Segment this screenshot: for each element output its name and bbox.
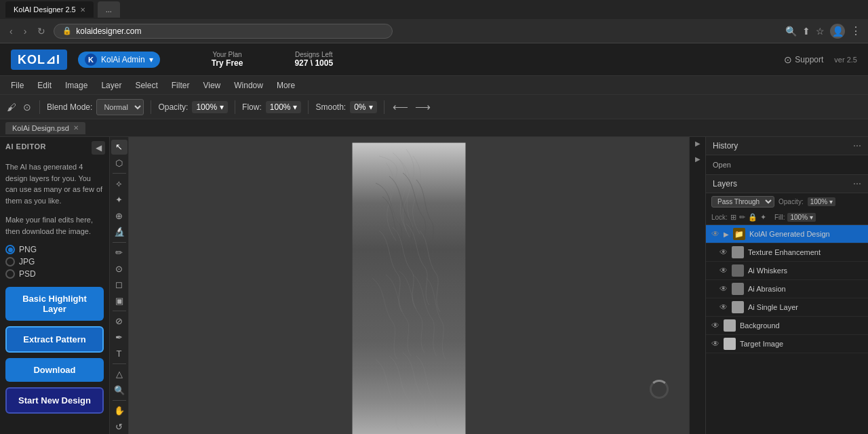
pen-tool[interactable]: ✒ bbox=[111, 330, 127, 345]
layer-texture[interactable]: 👁 Texture Enhancement bbox=[706, 243, 868, 262]
layer-thumb-target bbox=[724, 338, 736, 350]
lasso-tool[interactable]: ⟡ bbox=[111, 176, 127, 191]
layer-thumb-single bbox=[732, 301, 744, 313]
tool-icon-2[interactable]: ⊙ bbox=[22, 100, 33, 114]
toolbar-sep-1 bbox=[39, 100, 40, 114]
collapse-layers-btn[interactable]: ▶ bbox=[695, 155, 701, 163]
search-icon[interactable]: 🔍 bbox=[785, 26, 797, 37]
layer-eye-single[interactable]: 👁 bbox=[719, 302, 728, 312]
smooth-value[interactable]: 0% ▾ bbox=[350, 101, 376, 113]
pressure-icon-2[interactable]: ⟶ bbox=[414, 99, 432, 115]
download-btn[interactable]: Download bbox=[5, 358, 104, 382]
layer-eye-target[interactable]: 👁 bbox=[711, 339, 719, 349]
magic-wand-tool[interactable]: ✦ bbox=[111, 193, 127, 208]
layer-abrasion[interactable]: 👁 Ai Abrasion bbox=[706, 280, 868, 298]
crop-tool[interactable]: ⊕ bbox=[111, 208, 127, 223]
pressure-icon-1[interactable]: ⟵ bbox=[391, 99, 410, 115]
opacity-value-layers[interactable]: 100% ▾ bbox=[808, 197, 835, 206]
menu-window[interactable]: Window bbox=[229, 79, 269, 92]
hand-tool[interactable]: ✋ bbox=[111, 403, 127, 418]
tab-close-btn[interactable]: ✕ bbox=[80, 6, 85, 14]
profile-icon[interactable]: 👤 bbox=[830, 24, 845, 39]
layer-kolai-generated[interactable]: 👁 ▶ 📁 KolAI Generated Design bbox=[706, 225, 868, 243]
menu-file[interactable]: File bbox=[5, 79, 29, 92]
back-btn[interactable]: ‹ bbox=[7, 24, 16, 38]
layer-eye-texture[interactable]: 👁 bbox=[719, 248, 728, 257]
menu-view[interactable]: View bbox=[197, 79, 226, 92]
history-expand-icon[interactable]: ⋯ bbox=[853, 141, 861, 151]
menu-filter[interactable]: Filter bbox=[166, 79, 195, 92]
layer-single[interactable]: 👁 Ai Single Layer bbox=[706, 298, 868, 317]
move-tool[interactable]: ↖ bbox=[111, 140, 127, 155]
flow-value[interactable]: 100% ▾ bbox=[266, 101, 302, 113]
format-png[interactable]: PNG bbox=[5, 245, 104, 254]
png-radio-dot[interactable] bbox=[5, 245, 15, 254]
menu-icon[interactable]: ⋮ bbox=[850, 24, 861, 37]
format-psd[interactable]: PSD bbox=[5, 269, 104, 279]
fill-value[interactable]: 100% ▾ bbox=[787, 213, 815, 222]
browser-tab-bar: KolAI Designer 2.5 ✕ ... bbox=[0, 0, 868, 19]
start-new-design-btn[interactable]: Start New Design bbox=[5, 387, 104, 414]
url-bar[interactable]: 🔒 kolaidesigner.com bbox=[54, 24, 393, 39]
select-tool[interactable]: ⬡ bbox=[111, 156, 127, 171]
layers-blend-mode-select[interactable]: Pass Through bbox=[711, 196, 774, 208]
clone-tool[interactable]: ⊙ bbox=[111, 261, 127, 276]
layer-arrow-kolai[interactable]: ▶ bbox=[724, 231, 729, 238]
dodge-tool[interactable]: ⊘ bbox=[111, 314, 127, 329]
rotate-tool[interactable]: ↺ bbox=[111, 420, 127, 434]
eraser-tool[interactable]: ◻ bbox=[111, 277, 127, 292]
lock-transparency-icon[interactable]: ⊞ bbox=[730, 213, 736, 222]
eyedropper-tool[interactable]: 🔬 bbox=[111, 224, 127, 239]
doc-tab-main[interactable]: KolAi Design.psd ✕ bbox=[5, 122, 85, 134]
brush-icon[interactable]: 🖌 bbox=[5, 100, 18, 114]
layer-eye-background[interactable]: 👁 bbox=[711, 321, 719, 330]
layer-eye-kolai[interactable]: 👁 bbox=[711, 229, 719, 239]
layer-whiskers[interactable]: 👁 Ai Whiskers bbox=[706, 262, 868, 280]
lock-row: Lock: ⊞ ✏ 🔒 ✦ Fill: 100% ▾ bbox=[711, 213, 863, 222]
lock-position-icon[interactable]: 🔒 bbox=[748, 213, 757, 222]
extract-pattern-btn[interactable]: Extract Pattern bbox=[5, 326, 104, 353]
shape-tool[interactable]: △ bbox=[111, 367, 127, 382]
support-btn[interactable]: ⊙ Support bbox=[784, 54, 823, 65]
format-jpg[interactable]: JPG bbox=[5, 257, 104, 267]
layers-expand-icon[interactable]: ⋯ bbox=[853, 179, 861, 189]
type-tool[interactable]: T bbox=[111, 346, 127, 361]
lock-all-icon[interactable]: ✦ bbox=[760, 213, 766, 222]
lock-image-icon[interactable]: ✏ bbox=[739, 213, 745, 222]
layer-eye-whiskers[interactable]: 👁 bbox=[719, 266, 728, 275]
history-item-open[interactable]: Open bbox=[713, 159, 861, 170]
user-pill[interactable]: K KolAi Admin ▾ bbox=[78, 52, 160, 68]
opacity-dropdown-icon: ▾ bbox=[220, 102, 224, 112]
layer-name-kolai: KolAI Generated Design bbox=[749, 230, 863, 238]
doc-tab-close[interactable]: ✕ bbox=[73, 124, 79, 132]
jpg-radio-dot[interactable] bbox=[5, 257, 15, 267]
layer-name-whiskers: Ai Whiskers bbox=[748, 267, 863, 275]
layer-target[interactable]: 👁 Target Image bbox=[706, 335, 868, 353]
brush-tool[interactable]: ✏ bbox=[111, 245, 127, 260]
active-tab[interactable]: KolAI Designer 2.5 ✕ bbox=[5, 1, 94, 18]
menu-more[interactable]: More bbox=[271, 79, 300, 92]
fill-label: Fill: bbox=[774, 214, 785, 221]
zoom-tool[interactable]: 🔍 bbox=[111, 383, 127, 398]
app-logo: KOL⊿I bbox=[11, 50, 67, 70]
opacity-value[interactable]: 100% ▾ bbox=[192, 101, 228, 113]
refresh-btn[interactable]: ↻ bbox=[35, 24, 48, 38]
tools-sep-1 bbox=[113, 173, 126, 174]
menu-layer[interactable]: Layer bbox=[96, 79, 127, 92]
layer-eye-abrasion[interactable]: 👁 bbox=[719, 284, 728, 294]
menu-edit[interactable]: Edit bbox=[32, 79, 57, 92]
layer-background[interactable]: 👁 Background bbox=[706, 317, 868, 335]
forward-btn[interactable]: › bbox=[21, 24, 30, 38]
canvas-area bbox=[129, 137, 689, 434]
gradient-tool[interactable]: ▣ bbox=[111, 294, 127, 309]
psd-radio-dot[interactable] bbox=[5, 269, 15, 279]
bookmark-icon[interactable]: ☆ bbox=[816, 26, 825, 37]
highlight-layer-btn[interactable]: Basic Highlight Layer bbox=[5, 287, 104, 321]
collapse-history-btn[interactable]: ▶ bbox=[695, 140, 701, 147]
blend-mode-select[interactable]: Normal bbox=[96, 99, 144, 115]
menu-select[interactable]: Select bbox=[130, 79, 163, 92]
second-tab[interactable]: ... bbox=[98, 1, 120, 18]
ai-sidebar-close-btn[interactable]: ◀ bbox=[92, 141, 105, 155]
menu-image[interactable]: Image bbox=[60, 79, 93, 92]
share-icon[interactable]: ⬆ bbox=[802, 26, 810, 37]
